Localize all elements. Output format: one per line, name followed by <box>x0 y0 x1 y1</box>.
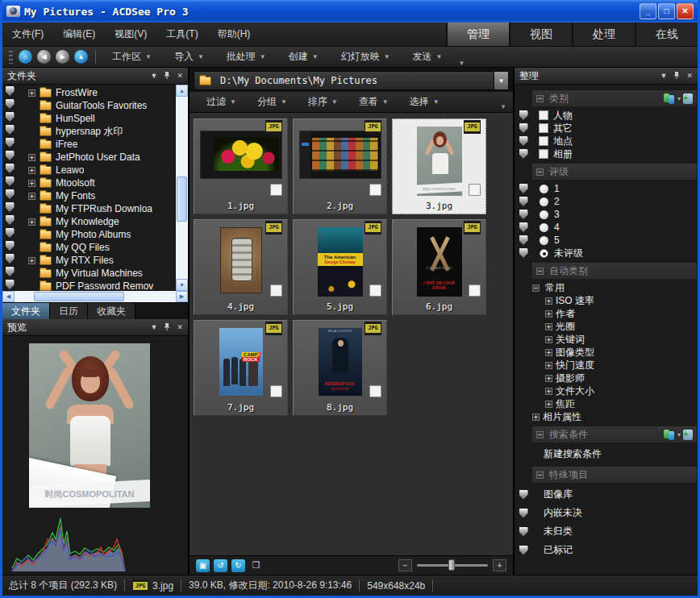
zoom-slider[interactable] <box>417 564 488 567</box>
collapse-icon[interactable]: − <box>532 284 540 292</box>
thumb-checkbox[interactable] <box>469 284 481 297</box>
easy-select-shield[interactable] <box>6 164 15 173</box>
close-icon[interactable]: ✕ <box>177 323 183 331</box>
category-tags-icon[interactable] <box>664 93 675 104</box>
rating-item[interactable]: 5 <box>515 234 698 247</box>
scroll-left-icon[interactable]: ◀ <box>2 291 15 302</box>
rating-item[interactable]: 2 <box>515 195 698 208</box>
scrollbar-thumb[interactable] <box>177 176 187 222</box>
scroll-right-icon[interactable]: ▶ <box>176 291 188 302</box>
thumbnail-cell[interactable]: JPG 2.jpg <box>293 118 387 214</box>
expand-icon[interactable]: + <box>545 323 552 330</box>
chevron-down-icon[interactable]: ▼ <box>151 323 158 331</box>
thumb-checkbox[interactable] <box>270 385 282 397</box>
special-item[interactable]: 内嵌未决 <box>515 504 698 522</box>
category-item[interactable]: 相册 <box>515 147 698 160</box>
auto-item[interactable]: +焦距 <box>515 397 698 410</box>
tab-calendar[interactable]: 日历 <box>50 303 88 319</box>
thumbnail-cell-selected[interactable]: 时尚COSMOPOLITAN JPG 3.jpg <box>392 118 486 214</box>
thumbnail-image[interactable]: MILLA JOVOVICH RESIDENT EVIL AFTERLIFE <box>319 328 362 396</box>
scroll-down-icon[interactable]: ▼ <box>176 279 188 291</box>
search-presets-icon[interactable] <box>664 430 675 440</box>
add-category-icon[interactable] <box>683 93 693 104</box>
view-button[interactable]: 查看▼ <box>348 93 399 111</box>
select-button[interactable]: 选择▼ <box>399 93 450 111</box>
easy-select-shield[interactable] <box>519 110 528 120</box>
folder-item[interactable]: +HunSpell <box>17 112 176 125</box>
thumb-checkbox[interactable] <box>270 284 282 297</box>
easy-select-shield[interactable] <box>519 197 528 206</box>
expand-icon[interactable]: + <box>28 167 35 174</box>
expand-icon[interactable]: + <box>28 180 35 187</box>
category-checkbox[interactable] <box>539 123 548 133</box>
folder-item[interactable]: +My Fonts <box>17 189 176 202</box>
collapse-icon[interactable]: − <box>536 431 544 438</box>
thumbnail-image[interactable]: IT'S DATE NIGHT I SPIT ON YOUR GRAVE <box>417 227 462 297</box>
rating-circle[interactable] <box>540 185 548 193</box>
expand-icon[interactable]: + <box>545 401 552 408</box>
collapse-icon[interactable]: − <box>536 268 544 275</box>
folder-item[interactable]: +My Knowledge <box>17 215 176 228</box>
expand-icon[interactable]: + <box>545 336 552 343</box>
easy-select-shield[interactable] <box>519 184 528 193</box>
path-dropdown-icon[interactable]: ▼ <box>494 72 508 89</box>
back-icon[interactable]: ◀ <box>37 50 51 64</box>
tab-process[interactable]: 处理 <box>572 23 635 46</box>
new-image-icon[interactable]: ▣ <box>196 559 210 572</box>
easy-select-shield[interactable] <box>6 112 15 122</box>
pin-icon[interactable] <box>673 71 680 81</box>
auto-item[interactable]: +快门速度 <box>515 359 698 372</box>
zoom-slider-thumb[interactable] <box>448 559 455 571</box>
toolbar-grip[interactable] <box>9 51 13 64</box>
close-button[interactable]: ✕ <box>677 3 694 19</box>
folder-item[interactable]: +My FTPRush Downloa <box>17 202 176 215</box>
menu-tools[interactable]: 工具(T) <box>156 23 207 46</box>
rating-item[interactable]: 3 <box>515 208 698 221</box>
rating-item-unrated[interactable]: 未评级 <box>515 247 698 260</box>
send-button[interactable]: 发送▼ <box>402 48 454 66</box>
folder-item[interactable]: +JetPhoto User Data <box>17 151 176 164</box>
tab-folders[interactable]: 文件夹 <box>2 303 50 319</box>
menu-view[interactable]: 视图(V) <box>105 23 156 46</box>
easy-select-shield[interactable] <box>6 215 15 225</box>
home-icon[interactable]: ⌂ <box>19 50 32 64</box>
easy-select-shield[interactable] <box>519 222 528 232</box>
easy-select-shield[interactable] <box>6 189 15 199</box>
auto-item[interactable]: +摄影师 <box>515 372 698 384</box>
easy-select-shield[interactable] <box>6 99 15 109</box>
easy-select-shield[interactable] <box>519 136 528 146</box>
thumbnail-cell[interactable]: IT'S DATE NIGHT I SPIT ON YOUR GRAVE JPG… <box>392 219 486 315</box>
thumbnail-image[interactable]: CAMP ROCK 2 <box>219 328 263 396</box>
expand-icon[interactable]: + <box>28 154 35 161</box>
easy-select-shield[interactable] <box>6 241 15 251</box>
slideshow-button[interactable]: 幻灯放映▼ <box>330 48 402 66</box>
tab-online[interactable]: 在线 <box>635 23 698 46</box>
tab-manage[interactable]: 管理 <box>446 23 509 46</box>
easy-select-shield[interactable] <box>519 123 528 133</box>
thumb-checkbox[interactable] <box>270 184 282 196</box>
up-icon[interactable]: ▲ <box>74 50 88 64</box>
thumb-checkbox[interactable] <box>369 184 381 196</box>
collapse-icon[interactable]: − <box>536 168 544 176</box>
thumbnail-image[interactable]: 时尚COSMOPOLITAN <box>417 127 462 196</box>
scroll-up-icon[interactable]: ▲ <box>176 85 188 97</box>
scrollbar-thumb[interactable] <box>34 292 124 301</box>
folder-item[interactable]: +GuitarTools Favorites <box>17 99 176 112</box>
thumbnail-image[interactable] <box>200 131 282 179</box>
auto-item[interactable]: +光圈 <box>515 320 698 333</box>
view-mode-icon[interactable]: ❐ <box>249 559 263 572</box>
group-button[interactable]: 分组▼ <box>247 93 298 111</box>
easy-select-shield[interactable] <box>6 151 15 160</box>
thumbnail-cell[interactable]: JPG 1.jpg <box>194 118 288 214</box>
rating-item[interactable]: 4 <box>515 221 698 234</box>
close-icon[interactable]: ✕ <box>686 72 693 80</box>
special-item[interactable]: 未归类 <box>515 522 698 541</box>
folder-item[interactable]: +iFree <box>17 138 176 151</box>
zoom-out-button[interactable]: − <box>398 559 412 571</box>
path-bar[interactable]: D:\My Documents\My Pictures ▼ <box>194 71 509 90</box>
rating-circle[interactable] <box>540 197 548 206</box>
expand-icon[interactable]: + <box>545 375 552 382</box>
filter-button[interactable]: 过滤▼ <box>196 93 247 111</box>
folder-item[interactable]: +My RTX Files <box>17 254 176 267</box>
radio-selected-icon[interactable] <box>540 249 548 258</box>
